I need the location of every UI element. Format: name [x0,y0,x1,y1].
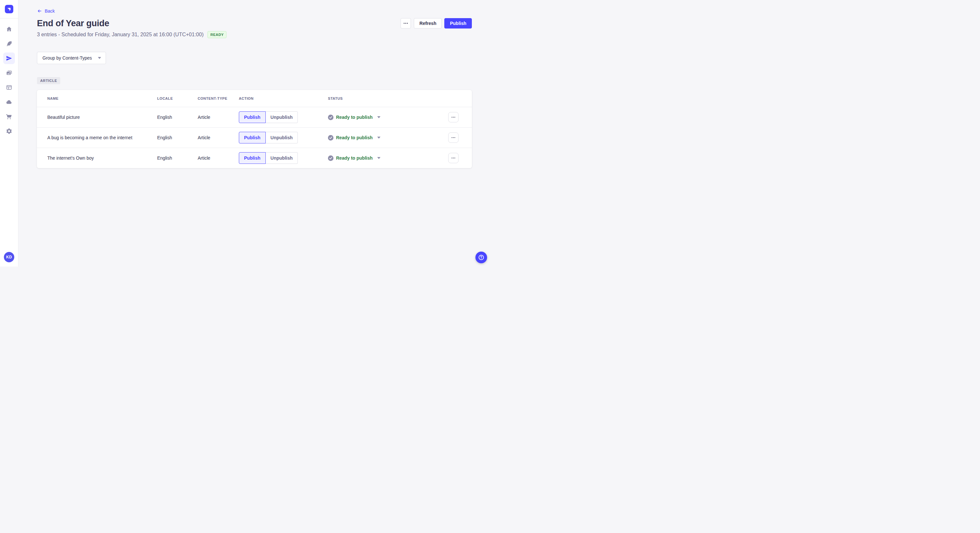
table-row: Beautiful picture English Article Publis… [37,107,472,127]
column-header-name: NAME [47,97,157,100]
media-library-icon [6,70,12,76]
entry-publish-option[interactable]: Publish [239,111,266,123]
entry-locale: English [157,155,198,160]
home-icon [6,26,12,32]
workspace-logo-button[interactable] [0,0,19,19]
entry-status-label: Ready to publish [336,115,373,120]
status-badge: READY [207,31,226,38]
question-circle-icon [477,254,485,261]
chevron-down-icon [377,136,380,139]
entry-status-label: Ready to publish [336,155,373,160]
table-row: The internet's Own boy English Article P… [37,148,472,168]
entry-action-toggle: Publish Unpublish [239,111,328,123]
refresh-button[interactable]: Refresh [414,18,442,29]
entry-name: Beautiful picture [47,115,157,120]
chevron-down-icon [377,157,380,159]
entry-status-dropdown[interactable]: Ready to publish [328,135,380,141]
entry-more-button[interactable] [448,132,458,143]
entry-status-dropdown[interactable]: Ready to publish [328,155,380,161]
entry-content-type: Article [198,135,239,140]
entry-locale: English [157,135,198,140]
column-header-action: ACTION [239,97,328,100]
sidebar-item-media-library[interactable] [3,67,15,79]
entry-more-button[interactable] [448,112,458,122]
header-actions: Refresh Publish [401,18,472,29]
sidebar-item-content-type-builder[interactable] [3,82,15,93]
column-header-locale: LOCALE [157,97,198,100]
app-window: KD Back End of Year guide Refresh Publis… [0,0,490,266]
arrow-left-icon [37,8,42,14]
entry-action-toggle: Publish Unpublish [239,152,328,164]
help-button[interactable] [476,252,487,263]
ellipsis-icon [403,21,408,26]
entry-status-label: Ready to publish [336,135,373,140]
entry-publish-option[interactable]: Publish [239,132,266,143]
check-circle-icon [328,135,334,141]
group-by-value: Group by Content-Types [43,56,92,60]
check-circle-icon [328,115,334,120]
sidebar-item-releases[interactable] [3,52,15,64]
entry-publish-option[interactable]: Publish [239,152,266,164]
sidebar-item-home[interactable] [3,23,15,35]
layout-icon [6,84,12,90]
release-subtitle: 3 entries - Scheduled for Friday, Januar… [37,32,204,38]
strapi-logo-icon [5,5,13,13]
back-label: Back [45,8,55,14]
ellipsis-icon [451,115,456,119]
main-content: Back End of Year guide Refresh Publish 3… [19,0,490,266]
release-more-button[interactable] [401,18,411,29]
table-row: A bug is becoming a meme on the internet… [37,127,472,148]
table-header-row: NAME LOCALE CONTENT-TYPE ACTION STATUS [37,90,472,107]
entry-action-toggle: Publish Unpublish [239,132,328,143]
column-header-status: STATUS [328,97,448,100]
sidebar-item-marketplace[interactable] [3,111,15,122]
ellipsis-icon [451,135,456,140]
cart-icon [6,113,12,120]
entry-status-dropdown[interactable]: Ready to publish [328,115,380,120]
entry-unpublish-option[interactable]: Unpublish [266,111,298,123]
sidebar-item-settings[interactable] [3,125,15,137]
chevron-down-icon [377,116,380,118]
sidebar-item-content-manager[interactable] [3,38,15,49]
entry-more-button[interactable] [448,153,458,163]
sidebar-nav [3,23,15,137]
entry-name: The internet's Own boy [47,155,157,160]
entry-name: A bug is becoming a meme on the internet [47,135,157,140]
entry-locale: English [157,115,198,120]
chevron-down-icon [98,57,101,59]
column-header-content-type: CONTENT-TYPE [198,97,239,100]
page-title: End of Year guide [37,19,109,29]
publish-release-button[interactable]: Publish [444,18,472,29]
gear-icon [6,128,12,134]
entry-unpublish-option[interactable]: Unpublish [266,152,298,164]
user-avatar[interactable]: KD [4,252,14,262]
content-type-group-badge: ARTICLE [37,77,60,84]
ellipsis-icon [451,156,456,160]
entry-content-type: Article [198,115,239,120]
sidebar-item-deploy[interactable] [3,96,15,108]
check-circle-icon [328,155,334,161]
group-by-select[interactable]: Group by Content-Types [37,52,106,64]
sidebar: KD [0,0,19,266]
entry-unpublish-option[interactable]: Unpublish [266,132,298,143]
cloud-icon [6,99,12,105]
back-link[interactable]: Back [37,8,55,14]
feather-icon [6,40,12,47]
paper-plane-icon [6,55,12,62]
entries-table: NAME LOCALE CONTENT-TYPE ACTION STATUS B… [37,90,472,168]
entry-content-type: Article [198,155,239,160]
